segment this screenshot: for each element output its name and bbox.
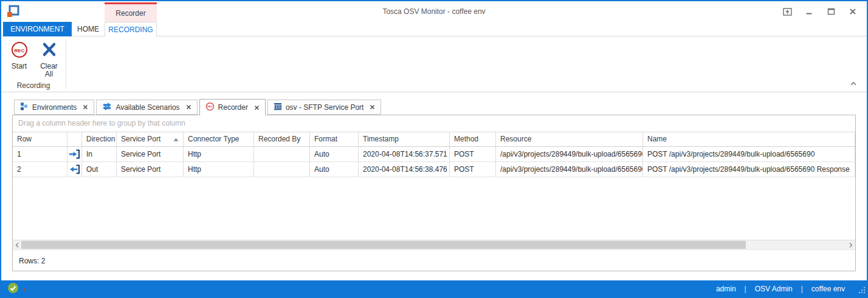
scroll-left-icon[interactable] bbox=[13, 240, 21, 249]
close-tab-icon[interactable] bbox=[186, 104, 191, 110]
row-count-label: Rows: 2 bbox=[13, 250, 855, 271]
column-header-format[interactable]: Format bbox=[310, 132, 359, 146]
column-header-connector-type[interactable]: Connector Type bbox=[184, 132, 254, 146]
title-bar: Tosca OSV Monitor - coffee env Recorder bbox=[1, 1, 867, 22]
start-recording-button[interactable]: REC Start bbox=[5, 39, 33, 79]
status-environment-label: coffee env bbox=[811, 285, 845, 293]
tab-label: Environments bbox=[32, 103, 77, 112]
ribbon-tab-row: ENVIRONMENT HOME RECORDING bbox=[1, 22, 867, 36]
toggle-ribbon-icon[interactable] bbox=[779, 5, 795, 18]
maximize-icon[interactable] bbox=[823, 5, 839, 18]
svg-text:REC: REC bbox=[14, 48, 24, 53]
document-tab-strip: Environments Available Scenarios bbox=[14, 98, 856, 115]
tab-recorder[interactable]: REC Recorder bbox=[199, 99, 266, 115]
close-tab-icon[interactable] bbox=[370, 104, 375, 110]
column-header-method[interactable]: Method bbox=[450, 132, 496, 146]
table-row[interactable]: 2 Out Service Port Http Auto 2020-04-08T… bbox=[13, 162, 855, 177]
clear-all-button[interactable]: Clear All bbox=[35, 39, 63, 79]
ribbon-body: REC Start Clear All Recording bbox=[1, 36, 867, 92]
tab-osv-sftp-service-port[interactable]: osv - SFTP Service Port bbox=[267, 100, 381, 115]
recorder-rec-icon: REC bbox=[205, 102, 215, 113]
tab-environments[interactable]: Environments bbox=[14, 100, 94, 115]
status-separator: | bbox=[801, 285, 803, 293]
column-header-direction[interactable]: Direction bbox=[82, 132, 117, 146]
table-row[interactable]: 1 In Service Port Http Auto 2020-04-08T1… bbox=[13, 147, 855, 162]
status-bar: admin | OSV Admin | coffee env bbox=[1, 280, 867, 297]
ribbon-tab-environment[interactable]: ENVIRONMENT bbox=[3, 22, 72, 36]
sort-ascending-icon bbox=[173, 132, 179, 146]
ribbon-tab-home[interactable]: HOME bbox=[72, 22, 105, 36]
resize-grip-icon[interactable] bbox=[859, 287, 866, 296]
minimize-icon[interactable] bbox=[801, 5, 817, 18]
scenarios-swap-arrows-icon bbox=[102, 103, 112, 112]
grid-empty-area bbox=[13, 177, 855, 240]
tab-label: Available Scenarios bbox=[115, 103, 179, 112]
app-window: Tosca OSV Monitor - coffee env Recorder bbox=[0, 0, 868, 298]
status-role-label: OSV Admin bbox=[755, 285, 793, 293]
tab-available-scenarios[interactable]: Available Scenarios bbox=[96, 100, 197, 115]
clear-all-x-icon bbox=[40, 41, 58, 61]
environments-icon bbox=[20, 102, 29, 112]
direction-out-icon bbox=[67, 162, 82, 177]
status-dropdown-caret-icon[interactable] bbox=[22, 285, 27, 293]
direction-in-icon bbox=[67, 147, 82, 161]
client-area: Environments Available Scenarios bbox=[1, 92, 867, 297]
close-tab-icon[interactable] bbox=[83, 104, 88, 110]
collapse-ribbon-icon[interactable] bbox=[847, 80, 859, 88]
group-separator bbox=[66, 40, 66, 89]
svg-text:REC: REC bbox=[207, 105, 213, 108]
connection-ok-icon[interactable] bbox=[7, 282, 19, 296]
start-button-label: Start bbox=[7, 63, 32, 70]
status-user-label: admin bbox=[716, 285, 736, 293]
column-header-resource[interactable]: Resource bbox=[496, 132, 643, 146]
scroll-right-icon[interactable] bbox=[847, 240, 855, 249]
clear-all-button-label: Clear All bbox=[36, 63, 62, 78]
column-header-direction-icon[interactable] bbox=[67, 132, 82, 146]
column-header-service-port[interactable]: Service Port bbox=[117, 132, 184, 146]
grid-header-row: Row Direction Service Port Connector Typ… bbox=[13, 132, 855, 147]
close-tab-icon[interactable] bbox=[254, 105, 260, 110]
service-port-building-icon bbox=[274, 102, 282, 112]
record-icon: REC bbox=[10, 41, 29, 61]
scrollbar-thumb[interactable] bbox=[21, 241, 746, 249]
window-controls bbox=[779, 1, 861, 22]
column-header-row[interactable]: Row bbox=[13, 132, 67, 146]
column-header-recorded-by[interactable]: Recorded By bbox=[254, 132, 310, 146]
close-icon[interactable] bbox=[845, 5, 861, 18]
tab-label: Recorder bbox=[218, 103, 248, 112]
ribbon-tab-recording[interactable]: RECORDING bbox=[105, 22, 157, 36]
group-by-panel[interactable]: Drag a column header here to group by th… bbox=[13, 115, 855, 132]
column-header-timestamp[interactable]: Timestamp bbox=[359, 132, 450, 146]
tab-label: osv - SFTP Service Port bbox=[286, 103, 363, 112]
column-header-name[interactable]: Name bbox=[643, 132, 855, 146]
status-separator: | bbox=[745, 285, 746, 293]
contextual-tab-group-label: Recorder bbox=[115, 9, 145, 18]
ribbon-group-recording: REC Start Clear All Recording bbox=[5, 39, 65, 92]
contextual-tab-group-recorder: Recorder bbox=[105, 2, 157, 22]
horizontal-scrollbar[interactable] bbox=[13, 240, 855, 250]
ribbon-group-label: Recording bbox=[5, 81, 61, 90]
app-logo-icon bbox=[5, 4, 20, 19]
recorder-grid-panel: Drag a column header here to group by th… bbox=[12, 115, 856, 271]
